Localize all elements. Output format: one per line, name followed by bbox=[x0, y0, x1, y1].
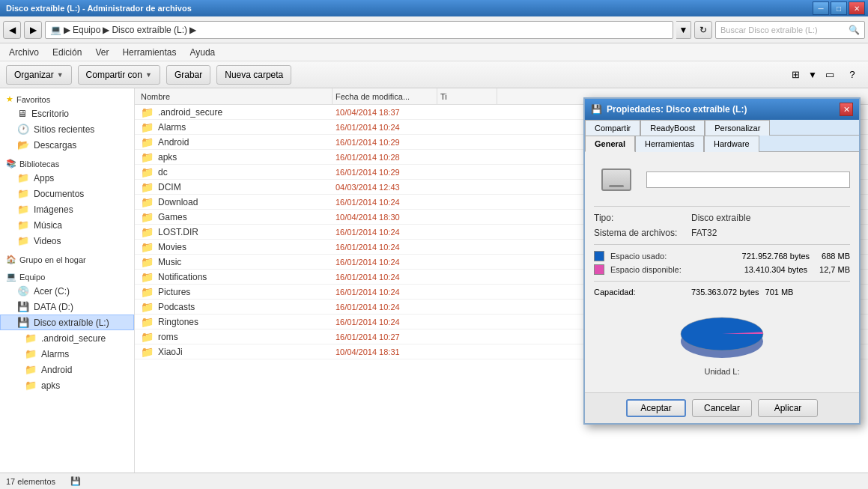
menu-herramientas[interactable]: Herramientas bbox=[116, 46, 182, 59]
folder-icon: 📁 bbox=[141, 136, 154, 148]
view-toggle-button[interactable]: ⊞ bbox=[786, 67, 805, 83]
star-icon: ★ bbox=[6, 94, 13, 104]
col-header-type[interactable]: Ti bbox=[437, 88, 497, 104]
sidebar-item-apps[interactable]: 📁 Apps bbox=[0, 170, 134, 186]
dialog-tabs-row2: General Herramientas Hardware bbox=[585, 135, 859, 152]
free-space-mb: 12,7 MB bbox=[819, 265, 850, 274]
file-date-cell: 16/01/2014 10:24 bbox=[333, 123, 437, 132]
folder-icon: 📁 bbox=[141, 106, 154, 118]
images-folder-icon: 📁 bbox=[17, 204, 29, 215]
sidebar-item-videos[interactable]: 📁 Videos bbox=[0, 233, 134, 249]
file-name: apks bbox=[158, 152, 177, 163]
subfolder-icon2: 📁 bbox=[25, 348, 37, 359]
file-date-cell: 16/01/2014 10:24 bbox=[333, 198, 437, 207]
dialog-apply-button[interactable]: Aplicar bbox=[758, 399, 818, 417]
sidebar-favorites-header[interactable]: ★ Favoritos bbox=[0, 91, 134, 106]
preview-pane-button[interactable]: ▭ bbox=[820, 67, 840, 83]
file-name: Pictures bbox=[158, 287, 190, 297]
download-icon: 📂 bbox=[17, 139, 29, 151]
file-date-cell: 16/01/2014 10:28 bbox=[333, 153, 437, 162]
window-close-button[interactable]: ✕ bbox=[849, 1, 865, 15]
sidebar-item-acer[interactable]: 💿 Acer (C:) bbox=[0, 283, 134, 299]
dialog-tab-readyboost[interactable]: ReadyBoost bbox=[640, 120, 705, 136]
dialog-drive-name-input[interactable] bbox=[646, 171, 850, 188]
title-bar: Disco extraíble (L:) - Administrador de … bbox=[0, 0, 868, 16]
file-name: dc bbox=[158, 167, 168, 177]
sidebar-item-disco-extraible[interactable]: 💾 Disco extraíble (L:) bbox=[0, 315, 134, 330]
file-name: Music bbox=[158, 257, 181, 267]
removable-drive-icon: 💾 bbox=[17, 317, 29, 328]
subfolder-icon4: 📁 bbox=[25, 380, 37, 391]
search-icon[interactable]: 🔍 bbox=[849, 25, 860, 35]
back-button[interactable]: ◀ bbox=[3, 21, 21, 39]
help-button[interactable]: ? bbox=[843, 67, 862, 83]
sidebar-item-recientes[interactable]: 🕐 Sitios recientes bbox=[0, 121, 134, 137]
breadcrumb-equipo[interactable]: Equipo bbox=[73, 25, 100, 35]
file-name-cell: 📁 Podcasts bbox=[138, 301, 333, 313]
file-name-cell: 📁 XiaoJi bbox=[138, 346, 333, 358]
sidebar: ★ Favoritos 🖥 Escritorio 🕐 Sitios recien… bbox=[0, 88, 135, 473]
sidebar-item-data[interactable]: 💾 DATA (D:) bbox=[0, 299, 134, 315]
file-name-cell: 📁 Movies bbox=[138, 241, 333, 253]
sidebar-item-documentos[interactable]: 📁 Documentos bbox=[0, 186, 134, 201]
sidebar-item-apks[interactable]: 📁 apks bbox=[0, 377, 134, 393]
sidebar-item-android[interactable]: 📁 Android bbox=[0, 362, 134, 377]
menu-ayuda[interactable]: Ayuda bbox=[183, 46, 221, 59]
file-name-cell: 📁 Alarms bbox=[138, 121, 333, 133]
dialog-close-button[interactable]: ✕ bbox=[840, 103, 853, 116]
breadcrumb-disco[interactable]: Disco extraíble (L:) bbox=[112, 25, 187, 35]
sidebar-item-alarms[interactable]: 📁 Alarms bbox=[0, 346, 134, 362]
sidebar-homegroup-header[interactable]: 🏠 Grupo en el hogar bbox=[0, 252, 134, 266]
file-name-cell: 📁 LOST.DIR bbox=[138, 226, 333, 238]
file-name: Alarms bbox=[158, 122, 186, 133]
sidebar-libraries-header[interactable]: 📚 Bibliotecas bbox=[0, 156, 134, 170]
dialog-tab-compartir[interactable]: Compartir bbox=[585, 120, 640, 136]
menu-ver[interactable]: Ver bbox=[89, 46, 115, 59]
breadcrumb[interactable]: 💻 ▶ Equipo ▶ Disco extraíble (L:) ▶ bbox=[45, 21, 673, 39]
computer-icon: 💻 bbox=[6, 272, 16, 282]
toolbar-right: ⊞ ▼ ▭ ? bbox=[786, 67, 862, 83]
folder-icon: 📁 bbox=[141, 181, 154, 193]
menu-archivo[interactable]: Archivo bbox=[3, 46, 45, 59]
sidebar-computer-header[interactable]: 💻 Equipo bbox=[0, 269, 134, 283]
svg-point-2 bbox=[681, 318, 763, 350]
file-name: Notifications bbox=[158, 272, 207, 282]
dialog-tab-general[interactable]: General bbox=[585, 136, 635, 152]
dialog-tab-personalizar[interactable]: Personalizar bbox=[705, 120, 770, 136]
dialog-tab-hardware[interactable]: Hardware bbox=[704, 136, 759, 152]
address-bar: ◀ ▶ 💻 ▶ Equipo ▶ Disco extraíble (L:) ▶ … bbox=[0, 16, 868, 43]
col-header-date[interactable]: Fecha de modifica... bbox=[333, 88, 437, 104]
sidebar-item-android-secure[interactable]: 📁 .android_secure bbox=[0, 330, 134, 346]
file-name-cell: 📁 apks bbox=[138, 151, 333, 163]
col-header-name[interactable]: Nombre bbox=[138, 88, 333, 104]
burn-button[interactable]: Grabar bbox=[166, 65, 210, 85]
recent-icon: 🕐 bbox=[17, 124, 29, 135]
file-name: Android bbox=[158, 137, 189, 148]
status-bar: 17 elementos 💾 bbox=[0, 473, 868, 489]
dialog-accept-button[interactable]: Aceptar bbox=[626, 399, 686, 417]
new-folder-button[interactable]: Nueva carpeta bbox=[216, 65, 291, 85]
forward-button[interactable]: ▶ bbox=[24, 21, 42, 39]
sidebar-item-escritorio[interactable]: 🖥 Escritorio bbox=[0, 106, 134, 121]
file-date-cell: 16/01/2014 10:24 bbox=[333, 303, 437, 312]
menu-bar: Archivo Edición Ver Herramientas Ayuda bbox=[0, 43, 868, 61]
minimize-button[interactable]: ─ bbox=[813, 1, 829, 15]
maximize-button[interactable]: □ bbox=[831, 1, 847, 15]
file-name: LOST.DIR bbox=[158, 227, 198, 237]
folder-icon: 📁 bbox=[141, 166, 154, 178]
organize-dropdown-arrow: ▼ bbox=[57, 71, 64, 79]
refresh-button[interactable]: ↻ bbox=[694, 21, 712, 39]
dialog-tab-herramientas[interactable]: Herramientas bbox=[635, 136, 704, 152]
sidebar-favorites-section: ★ Favoritos 🖥 Escritorio 🕐 Sitios recien… bbox=[0, 91, 134, 153]
organize-button[interactable]: Organizar ▼ bbox=[6, 65, 72, 85]
share-button[interactable]: Compartir con ▼ bbox=[78, 65, 160, 85]
view-dropdown-arrow[interactable]: ▼ bbox=[808, 70, 817, 80]
dialog-cancel-button[interactable]: Cancelar bbox=[692, 399, 752, 417]
search-bar[interactable]: Buscar Disco extraíble (L:) 🔍 bbox=[715, 21, 865, 39]
sidebar-item-descargas[interactable]: 📂 Descargas bbox=[0, 137, 134, 153]
sidebar-item-imagenes[interactable]: 📁 Imágenes bbox=[0, 201, 134, 217]
sidebar-item-musica[interactable]: 📁 Música bbox=[0, 217, 134, 233]
menu-edicion[interactable]: Edición bbox=[46, 46, 88, 59]
folder-icon: 📁 bbox=[141, 331, 154, 343]
breadcrumb-dropdown[interactable]: ▼ bbox=[676, 21, 691, 39]
